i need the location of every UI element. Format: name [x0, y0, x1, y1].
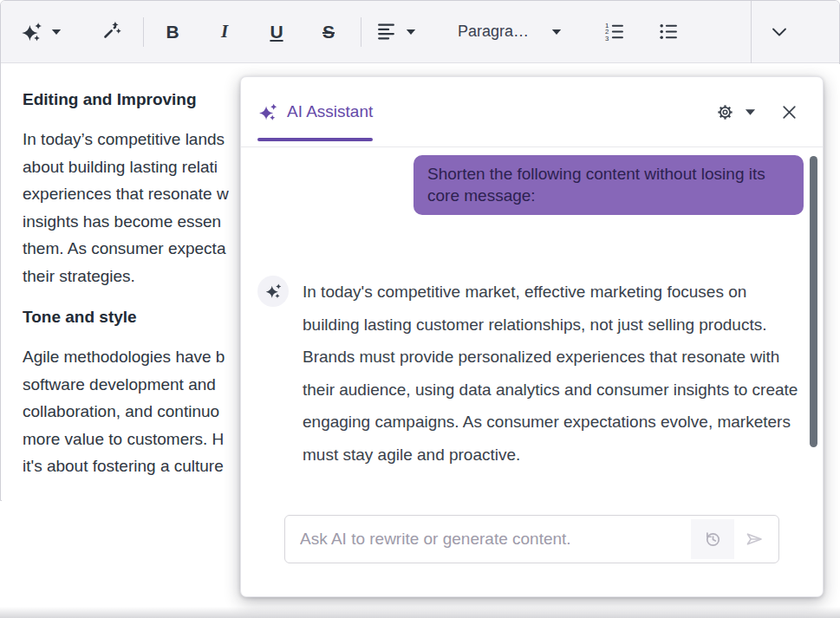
- ai-avatar: [257, 276, 289, 307]
- chat-scrollbar-thumb[interactable]: [810, 156, 817, 447]
- user-message-bubble: Shorten the following content without lo…: [413, 155, 804, 215]
- ai-assistant-button[interactable]: [20, 11, 62, 53]
- active-tab-indicator: [257, 138, 373, 141]
- align-left-icon: [375, 21, 397, 42]
- history-button[interactable]: [691, 519, 734, 559]
- dialog-header: AI Assistant: [241, 77, 823, 146]
- alignment-button[interactable]: [375, 11, 416, 53]
- paragraph-style-label: Paragra…: [458, 23, 529, 41]
- send-icon: [744, 529, 765, 550]
- underline-button[interactable]: U: [260, 11, 293, 53]
- toolbar-divider: [143, 17, 144, 47]
- caret-down-icon: [406, 29, 416, 36]
- caret-down-icon: [551, 29, 562, 36]
- editor-page: B I U S Paragra…: [0, 0, 840, 618]
- ai-response-row: In today's competitive market, effective…: [257, 276, 804, 471]
- chat-area: Shorten the following content without lo…: [241, 147, 823, 515]
- dialog-title: AI Assistant: [287, 102, 373, 121]
- prompt-input-area: [241, 515, 823, 563]
- toolbar-overflow-button[interactable]: [764, 11, 795, 53]
- toolbar-divider: [361, 17, 361, 47]
- prompt-input-container: [284, 515, 779, 563]
- strikethrough-button[interactable]: S: [312, 11, 345, 53]
- ai-prompt-input[interactable]: [285, 516, 691, 563]
- numbered-list-icon: 1 2 3: [603, 21, 625, 42]
- toolbar-divider: [751, 1, 752, 63]
- page-bottom-shadow: [0, 607, 840, 618]
- sparkles-icon: [257, 102, 277, 122]
- sparkles-icon: [20, 21, 42, 43]
- bullet-list-button[interactable]: [652, 11, 683, 53]
- ai-assistant-dialog: AI Assistant: [240, 76, 824, 597]
- magic-wand-icon: [99, 21, 121, 43]
- ai-response-text: In today's competitive market, effective…: [303, 276, 804, 471]
- send-button[interactable]: [734, 519, 774, 559]
- numbered-list-button[interactable]: 1 2 3: [598, 11, 629, 53]
- chevron-down-icon: [772, 27, 787, 37]
- close-button[interactable]: [780, 103, 798, 121]
- italic-button[interactable]: I: [208, 11, 241, 53]
- editor-toolbar: B I U S Paragra…: [1, 1, 839, 63]
- paragraph-style-dropdown[interactable]: Paragra…: [458, 11, 562, 53]
- sparkles-icon: [264, 283, 282, 300]
- gear-icon: [716, 103, 734, 121]
- caret-down-icon: [745, 108, 756, 116]
- svg-text:3: 3: [605, 35, 609, 42]
- history-icon: [703, 530, 723, 550]
- tab-ai-assistant[interactable]: AI Assistant: [257, 77, 373, 146]
- caret-down-icon: [51, 29, 62, 36]
- bullet-list-icon: [657, 21, 679, 42]
- bold-button[interactable]: B: [156, 11, 189, 53]
- ai-shortcuts-button[interactable]: [93, 11, 127, 53]
- dialog-header-actions: [716, 103, 798, 121]
- close-icon: [780, 103, 798, 121]
- settings-button[interactable]: [716, 103, 756, 121]
